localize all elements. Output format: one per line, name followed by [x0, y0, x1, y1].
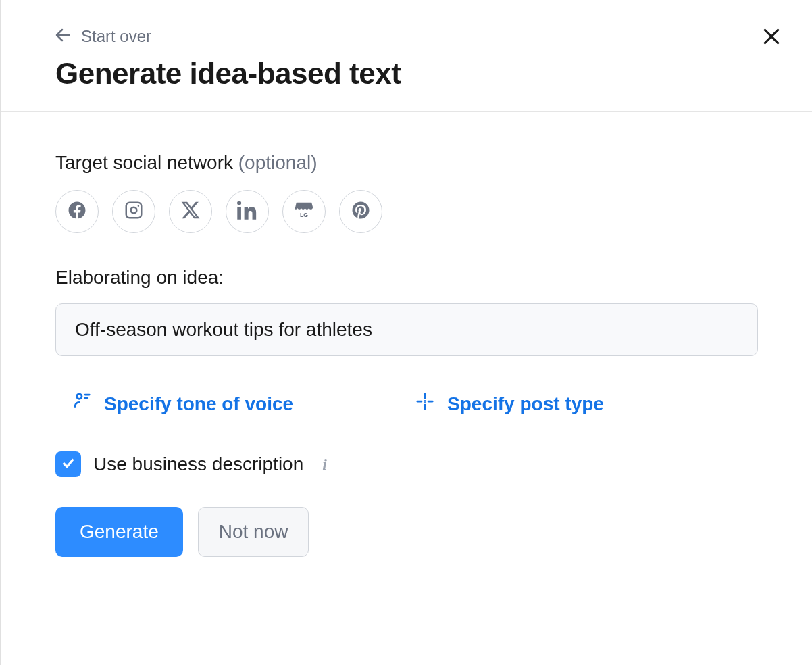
info-icon[interactable]: i	[322, 455, 327, 474]
social-x-button[interactable]	[169, 190, 212, 233]
google-business-icon: LG	[294, 200, 314, 223]
start-over-button[interactable]: Start over	[55, 27, 758, 46]
pinterest-icon	[351, 200, 371, 223]
modal-body: Target social network (optional)	[1, 112, 812, 597]
tone-label: Specify tone of voice	[104, 393, 293, 415]
instagram-icon	[124, 200, 144, 223]
social-pinterest-button[interactable]	[339, 190, 382, 233]
button-row: Generate Not now	[55, 507, 758, 557]
generate-text-modal: Start over Generate idea-based text Targ…	[1, 0, 812, 665]
svg-text:LG: LG	[300, 212, 308, 218]
idea-label: Elaborating on idea:	[55, 267, 758, 289]
social-facebook-button[interactable]	[55, 190, 99, 233]
post-type-icon	[415, 391, 435, 416]
linkedin-icon	[237, 200, 257, 223]
tone-icon	[72, 391, 92, 416]
start-over-label: Start over	[81, 27, 151, 46]
svg-point-9	[424, 401, 425, 401]
generate-button[interactable]: Generate	[55, 507, 183, 557]
idea-input[interactable]	[55, 303, 758, 356]
facebook-icon	[67, 200, 87, 223]
business-desc-checkbox[interactable]	[55, 451, 81, 477]
close-button[interactable]	[758, 24, 785, 51]
social-linkedin-button[interactable]	[226, 190, 269, 233]
svg-point-4	[77, 394, 82, 399]
tone-of-voice-button[interactable]: Specify tone of voice	[72, 391, 293, 416]
page-title: Generate idea-based text	[55, 57, 758, 91]
social-network-row: LG	[55, 190, 758, 233]
target-network-optional: (optional)	[233, 152, 318, 173]
post-type-button[interactable]: Specify post type	[415, 391, 604, 416]
target-network-label-text: Target social network	[55, 152, 233, 173]
business-desc-row: Use business description i	[55, 451, 758, 477]
check-icon	[61, 455, 76, 473]
social-instagram-button[interactable]	[112, 190, 155, 233]
post-type-label: Specify post type	[447, 393, 604, 415]
close-icon	[761, 26, 782, 50]
arrow-left-icon	[55, 28, 72, 45]
social-google-business-button[interactable]: LG	[282, 190, 326, 233]
options-row: Specify tone of voice Specify post type	[55, 391, 758, 416]
target-network-label: Target social network (optional)	[55, 152, 758, 174]
x-icon	[180, 200, 201, 223]
business-desc-label: Use business description	[93, 453, 303, 475]
not-now-button[interactable]: Not now	[198, 507, 309, 557]
modal-header: Start over Generate idea-based text	[1, 0, 812, 112]
